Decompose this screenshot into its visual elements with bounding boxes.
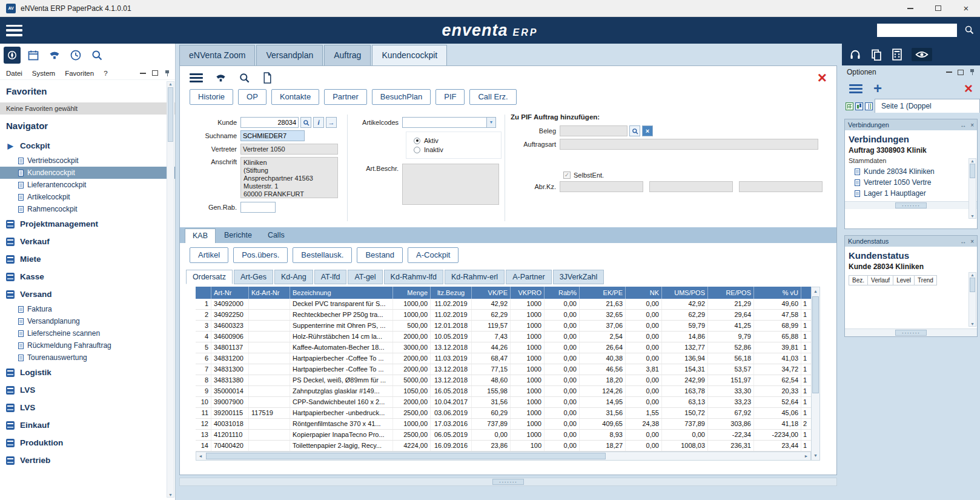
copy-documents-icon[interactable] bbox=[870, 48, 882, 61]
kab-tab[interactable]: Berichte bbox=[217, 228, 259, 243]
artikelcodes-dropdown[interactable]: ▼ bbox=[402, 117, 496, 128]
table-row[interactable]: 1240031018Röntgenfilmtasche 370 x 41...1… bbox=[196, 419, 811, 430]
main-tab[interactable]: Kundencockpit bbox=[372, 45, 447, 65]
menubar-item-system[interactable]: System bbox=[28, 68, 59, 78]
navigator-item[interactable]: Vertriebscockpit bbox=[0, 155, 175, 167]
panel-horizontal-scrollbar[interactable]: ······· bbox=[845, 328, 977, 336]
navigator-item[interactable]: Rahmencockpit bbox=[0, 203, 175, 215]
kab-button[interactable]: Bestand bbox=[357, 247, 403, 263]
sidebar-scrollbar[interactable]: ▲ ▼ bbox=[167, 81, 174, 498]
grid-tab[interactable]: Kd-Rahmv-lfd bbox=[384, 270, 443, 284]
kab-button[interactable]: Bestellausk. bbox=[293, 247, 352, 263]
global-search-input[interactable] bbox=[877, 24, 957, 37]
scroll-left-icon[interactable]: ◄ bbox=[196, 452, 205, 461]
navigator-item[interactable]: Versandplanung bbox=[0, 315, 175, 327]
abrkz-field-3[interactable] bbox=[739, 181, 823, 192]
phone-icon[interactable] bbox=[46, 47, 63, 64]
action-button[interactable]: PIF bbox=[435, 89, 465, 105]
main-tab[interactable]: Versandplan bbox=[256, 45, 323, 65]
panel-close-icon[interactable]: × bbox=[970, 122, 974, 128]
action-button[interactable]: Kontakte bbox=[271, 89, 319, 105]
table-row[interactable]: 1039007900CPP-Sandwichbeutel 160 x 2...2… bbox=[196, 397, 811, 408]
table-row[interactable]: 334600323Suppenterrine mit Ohren PS, ...… bbox=[196, 321, 811, 332]
main-tab[interactable]: eNVenta Zoom bbox=[179, 45, 255, 65]
main-tab[interactable]: Auftrag bbox=[324, 45, 371, 65]
scrollbar-thumb[interactable] bbox=[970, 278, 975, 292]
calendar-icon[interactable] bbox=[25, 47, 42, 64]
panel-vertical-scrollbar[interactable]: ▲ ▼ bbox=[968, 158, 976, 219]
grid-tab[interactable]: AT-gel bbox=[348, 270, 382, 284]
resize-horizontal-icon[interactable]: ↔ bbox=[960, 122, 966, 128]
panel-maximize-icon[interactable] bbox=[152, 70, 158, 76]
action-button[interactable]: BesuchPlan bbox=[372, 89, 431, 105]
resize-horizontal-icon[interactable]: ↔ bbox=[960, 238, 966, 245]
panel-horizontal-scrollbar[interactable]: ······· bbox=[845, 201, 977, 209]
menubar-item-[interactable]: ? bbox=[100, 68, 111, 78]
kab-tab[interactable]: Calls bbox=[260, 228, 292, 243]
kunde-search-icon[interactable] bbox=[300, 117, 311, 128]
scroll-up-icon[interactable]: ▲ bbox=[970, 273, 975, 277]
navigator-item[interactable]: ▶Cockpit bbox=[0, 137, 175, 155]
connection-item[interactable]: Vertreter 1050 Vertre bbox=[845, 177, 977, 188]
navigator-item[interactable]: Einkauf bbox=[0, 416, 175, 434]
auftragsart-field[interactable] bbox=[560, 139, 818, 150]
kab-button[interactable]: Pos.übers. bbox=[233, 247, 288, 263]
navigator-item[interactable]: LVS bbox=[0, 381, 175, 399]
panel-vertical-scrollbar[interactable]: ▲ ▼ bbox=[968, 272, 976, 327]
kunde-info-button[interactable]: i bbox=[313, 117, 324, 128]
dropdown-arrow-icon[interactable]: ▼ bbox=[486, 118, 495, 127]
navigator-item[interactable]: Kasse bbox=[0, 268, 175, 285]
window-minimize-button[interactable] bbox=[896, 0, 924, 17]
table-vertical-scrollbar[interactable]: ▲ ▼ bbox=[811, 287, 820, 461]
status-column-header[interactable]: Bez. bbox=[849, 275, 868, 285]
navigator-item[interactable]: Verkauf bbox=[0, 233, 175, 250]
kunde-input[interactable] bbox=[240, 117, 299, 128]
grid-tab[interactable]: Kd-Ang bbox=[274, 270, 313, 284]
headset-icon[interactable] bbox=[849, 48, 861, 61]
action-button[interactable]: OP bbox=[238, 89, 267, 105]
vertreter-field[interactable]: Vertreter 1050 bbox=[240, 144, 338, 155]
scroll-down-icon[interactable]: ▼ bbox=[970, 214, 975, 218]
grid-tab[interactable]: Art-Ges bbox=[234, 270, 273, 284]
beleg-clear-button[interactable]: × bbox=[642, 125, 653, 136]
navigator-item[interactable]: Rückmeldung Fahrauftrag bbox=[0, 339, 175, 352]
grid-tab[interactable]: Kd-Rahmv-erl bbox=[445, 270, 505, 284]
action-button[interactable]: Partner bbox=[324, 89, 367, 105]
view-grid-icon[interactable] bbox=[846, 102, 853, 110]
aktiv-radio[interactable] bbox=[414, 138, 420, 144]
action-button[interactable]: Historie bbox=[190, 89, 233, 105]
connection-item[interactable]: Kunde 28034 Kliniken bbox=[845, 166, 977, 177]
scroll-up-icon[interactable]: ▲ bbox=[168, 82, 173, 86]
panel-menu-burger-icon[interactable] bbox=[190, 73, 203, 82]
pin-icon[interactable] bbox=[969, 68, 975, 76]
kunde-goto-button[interactable]: → bbox=[326, 117, 337, 128]
panel-minimize-icon[interactable] bbox=[140, 73, 146, 74]
beleg-input[interactable] bbox=[560, 125, 627, 136]
menubar-item-datei[interactable]: Datei bbox=[2, 68, 26, 78]
cockpit-compass-icon[interactable] bbox=[4, 47, 21, 64]
options-close-icon[interactable]: × bbox=[964, 80, 973, 97]
navigator-item[interactable]: Faktura bbox=[0, 303, 175, 315]
window-close-button[interactable]: × bbox=[952, 0, 980, 17]
global-search-icon[interactable] bbox=[964, 25, 974, 35]
scrollbar-thumb[interactable] bbox=[168, 87, 173, 142]
table-horizontal-scrollbar[interactable]: ◄ ► bbox=[196, 452, 811, 461]
table-row[interactable]: 935000014Zahnputzglas glasklar #149...10… bbox=[196, 386, 811, 397]
table-row[interactable]: 1139200115117519Hartpapierbecher -unbedr… bbox=[196, 408, 811, 419]
selbstent-checkbox[interactable]: ✓ bbox=[563, 172, 571, 179]
call-phone-icon[interactable] bbox=[215, 72, 227, 84]
navigator-item[interactable]: Artikelcockpit bbox=[0, 191, 175, 203]
navigator-item[interactable]: Produktion bbox=[0, 434, 175, 452]
navigator-item[interactable]: Vertrieb bbox=[0, 452, 175, 469]
scrollbar-thumb[interactable] bbox=[206, 453, 606, 459]
scroll-up-icon[interactable]: ▲ bbox=[812, 287, 819, 296]
scrollbar-thumb[interactable] bbox=[970, 164, 975, 178]
navigator-item[interactable]: Miete bbox=[0, 250, 175, 268]
table-row[interactable]: 1470400420Toilettenpapier 2-lagig, Recy.… bbox=[196, 441, 811, 452]
table-row[interactable]: 1341201110Kopierpapier InapaTecno Pro...… bbox=[196, 430, 811, 441]
main-menu-burger-icon[interactable] bbox=[6, 25, 22, 36]
navigator-item[interactable]: Kundencockpit bbox=[0, 167, 175, 179]
main-horizontal-scrollbar[interactable]: ······· bbox=[179, 478, 837, 486]
scroll-right-icon[interactable]: ► bbox=[802, 452, 810, 461]
beleg-search-icon[interactable] bbox=[629, 125, 640, 136]
